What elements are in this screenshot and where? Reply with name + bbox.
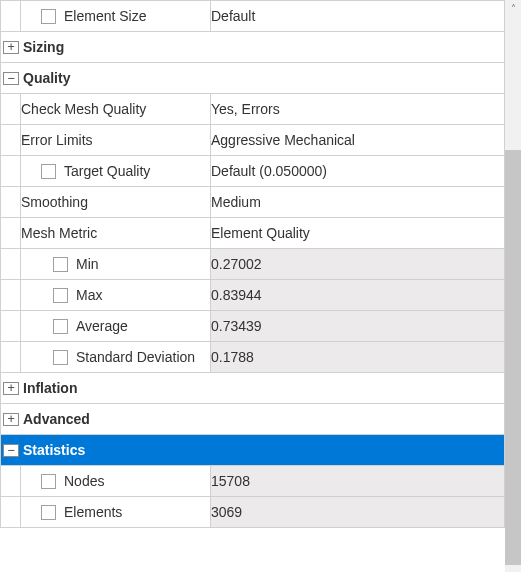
row-nodes[interactable]: Nodes 15708 [1,466,505,497]
plus-icon[interactable]: + [3,382,19,395]
value-metric-min: 0.27002 [211,256,262,272]
checkbox-icon[interactable] [41,474,56,489]
label-error-limits: Error Limits [21,132,93,148]
checkbox-icon[interactable] [53,319,68,334]
checkbox-icon[interactable] [41,164,56,179]
value-smoothing[interactable]: Medium [211,194,261,210]
row-mesh-metric[interactable]: Mesh Metric Element Quality [1,218,505,249]
label-metric-max: Max [76,287,102,303]
checkbox-icon[interactable] [53,257,68,272]
label-metric-stddev: Standard Deviation [76,349,195,365]
value-nodes: 15708 [211,473,250,489]
property-grid: Element Size Default +Sizing −Quality Ch… [0,0,505,528]
group-inflation[interactable]: +Inflation [1,373,505,404]
plus-icon[interactable]: + [3,413,19,426]
value-metric-avg: 0.73439 [211,318,262,334]
scrollbar-thumb[interactable] [505,150,521,565]
group-advanced[interactable]: +Advanced [1,404,505,435]
checkbox-icon[interactable] [41,505,56,520]
row-smoothing[interactable]: Smoothing Medium [1,187,505,218]
value-mesh-metric[interactable]: Element Quality [211,225,310,241]
row-metric-max[interactable]: Max 0.83944 [1,280,505,311]
row-metric-min[interactable]: Min 0.27002 [1,249,505,280]
group-statistics[interactable]: −Statistics [1,435,505,466]
group-label-inflation: Inflation [23,380,77,396]
value-elements: 3069 [211,504,242,520]
row-target-quality[interactable]: Target Quality Default (0.050000) [1,156,505,187]
value-error-limits[interactable]: Aggressive Mechanical [211,132,355,148]
checkbox-icon[interactable] [53,350,68,365]
label-element-size: Element Size [64,8,146,24]
value-metric-stddev: 0.1788 [211,349,254,365]
row-element-size[interactable]: Element Size Default [1,1,505,32]
value-check-mesh-quality[interactable]: Yes, Errors [211,101,280,117]
minus-icon[interactable]: − [3,72,19,85]
label-nodes: Nodes [64,473,104,489]
row-metric-stddev[interactable]: Standard Deviation 0.1788 [1,342,505,373]
group-sizing[interactable]: +Sizing [1,32,505,63]
row-metric-avg[interactable]: Average 0.73439 [1,311,505,342]
label-metric-avg: Average [76,318,128,334]
scroll-up-icon[interactable]: ˄ [505,0,521,16]
label-smoothing: Smoothing [21,194,88,210]
group-label-sizing: Sizing [23,39,64,55]
label-elements: Elements [64,504,122,520]
minus-icon[interactable]: − [3,444,19,457]
value-metric-max: 0.83944 [211,287,262,303]
row-elements[interactable]: Elements 3069 [1,497,505,528]
label-mesh-metric: Mesh Metric [21,225,97,241]
checkbox-icon[interactable] [41,9,56,24]
value-target-quality[interactable]: Default (0.050000) [211,163,327,179]
label-metric-min: Min [76,256,99,272]
checkbox-icon[interactable] [53,288,68,303]
group-quality[interactable]: −Quality [1,63,505,94]
group-label-advanced: Advanced [23,411,90,427]
row-error-limits[interactable]: Error Limits Aggressive Mechanical [1,125,505,156]
group-label-statistics: Statistics [23,442,85,458]
plus-icon[interactable]: + [3,41,19,54]
row-check-mesh-quality[interactable]: Check Mesh Quality Yes, Errors [1,94,505,125]
label-check-mesh-quality: Check Mesh Quality [21,101,146,117]
value-element-size[interactable]: Default [211,8,255,24]
label-target-quality: Target Quality [64,163,150,179]
group-label-quality: Quality [23,70,70,86]
